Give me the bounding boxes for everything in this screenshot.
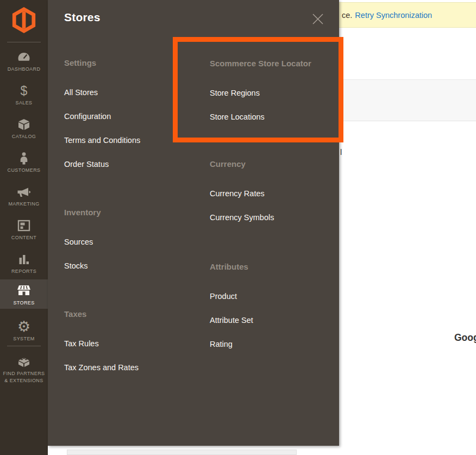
sidebar-item-content[interactable]: CONTENT bbox=[0, 216, 48, 241]
gear-icon: ⚙ bbox=[0, 320, 48, 334]
sidebar-item-label: CUSTOMERS bbox=[0, 167, 48, 174]
page-bottom-panel bbox=[67, 450, 297, 455]
section-title: Scommerce Store Locator bbox=[210, 58, 346, 69]
sidebar-item-marketing[interactable]: MARKETING bbox=[0, 183, 48, 208]
menu-item-store-locations[interactable]: Store Locations bbox=[210, 111, 346, 122]
stores-flyout-menu: Stores Settings All Stores Configuration… bbox=[48, 0, 339, 446]
sidebar-item-label: CONTENT bbox=[0, 234, 48, 241]
google-watermark-fragment: Googl bbox=[454, 332, 476, 344]
section-title: Inventory bbox=[64, 207, 200, 218]
menu-item-all-stores[interactable]: All Stores bbox=[64, 87, 200, 98]
box-icon bbox=[0, 117, 48, 132]
menu-item-store-regions[interactable]: Store Regions bbox=[210, 88, 346, 98]
sidebar-item-label: MARKETING bbox=[0, 201, 48, 208]
sidebar-item-reports[interactable]: REPORTS bbox=[0, 250, 48, 275]
sidebar-item-label: STORES bbox=[0, 300, 48, 307]
flyout-section-scommerce-store-locator: Scommerce Store Locator Store Regions St… bbox=[210, 58, 346, 135]
menu-item-tax-zones-and-rates[interactable]: Tax Zones and Rates bbox=[64, 362, 200, 373]
bar-chart-icon bbox=[0, 252, 48, 266]
menu-item-currency-rates[interactable]: Currency Rates bbox=[210, 188, 346, 199]
admin-sidebar: DASHBOARD $ SALES CATALOG CUSTOMERS bbox=[0, 0, 48, 455]
layout-icon bbox=[0, 219, 48, 233]
flyout-section-taxes: Taxes Tax Rules Tax Zones and Rates bbox=[64, 309, 200, 386]
menu-item-tax-rules[interactable]: Tax Rules bbox=[64, 338, 200, 349]
sidebar-item-customers[interactable]: CUSTOMERS bbox=[0, 149, 48, 174]
sidebar-item-label: CATALOG bbox=[0, 133, 48, 140]
brick-icon bbox=[0, 354, 48, 369]
close-button[interactable] bbox=[310, 11, 326, 27]
menu-item-product[interactable]: Product bbox=[210, 291, 346, 302]
flyout-section-settings: Settings All Stores Configuration Terms … bbox=[64, 58, 200, 183]
menu-item-currency-symbols[interactable]: Currency Symbols bbox=[210, 212, 346, 223]
section-title: Settings bbox=[64, 58, 200, 68]
sidebar-divider bbox=[7, 42, 41, 42]
sidebar-item-label: FIND PARTNERS & EXTENSIONS bbox=[0, 370, 48, 384]
flyout-section-attributes: Attributes Product Attribute Set Rating bbox=[210, 261, 346, 363]
sidebar-item-label: SYSTEM bbox=[0, 335, 48, 342]
flyout-section-currency: Currency Currency Rates Currency Symbols bbox=[210, 159, 346, 236]
section-title: Attributes bbox=[210, 261, 346, 272]
sidebar-item-sales[interactable]: $ SALES bbox=[0, 82, 48, 107]
gauge-icon bbox=[0, 50, 48, 64]
menu-item-terms-and-conditions[interactable]: Terms and Conditions bbox=[64, 135, 200, 146]
megaphone-icon bbox=[0, 185, 48, 199]
menu-item-attribute-set[interactable]: Attribute Set bbox=[210, 315, 346, 326]
page-gray-band bbox=[339, 79, 476, 121]
sidebar-item-catalog[interactable]: CATALOG bbox=[0, 115, 48, 140]
sidebar-item-label: DASHBOARD bbox=[0, 66, 48, 73]
flyout-title: Stores bbox=[64, 11, 101, 24]
person-icon bbox=[0, 151, 48, 165]
menu-item-stocks[interactable]: Stocks bbox=[64, 260, 200, 271]
sidebar-item-dashboard[interactable]: DASHBOARD bbox=[0, 48, 48, 73]
menu-item-rating[interactable]: Rating bbox=[210, 339, 346, 350]
close-icon bbox=[311, 12, 325, 26]
section-title: Currency bbox=[210, 159, 346, 170]
menu-item-order-status[interactable]: Order Status bbox=[64, 159, 200, 170]
retry-synchronization-link[interactable]: Retry Synchronization bbox=[355, 11, 432, 20]
sidebar-item-label: SALES bbox=[0, 99, 48, 107]
sidebar-divider bbox=[7, 346, 41, 346]
sidebar-item-system[interactable]: ⚙ SYSTEM bbox=[0, 317, 48, 342]
magento-logo-icon bbox=[11, 7, 36, 34]
clipped-text-fragment: l bbox=[340, 147, 342, 157]
storefront-icon bbox=[0, 284, 48, 298]
dollar-icon: $ bbox=[0, 84, 48, 98]
menu-item-sources[interactable]: Sources bbox=[64, 236, 200, 247]
section-title: Taxes bbox=[64, 309, 200, 320]
sidebar-item-stores[interactable]: STORES bbox=[0, 279, 48, 309]
flyout-section-inventory: Inventory Sources Stocks bbox=[64, 207, 200, 284]
magento-logo[interactable] bbox=[0, 7, 48, 36]
menu-item-configuration[interactable]: Configuration bbox=[64, 111, 200, 122]
sidebar-item-find-partners-extensions[interactable]: FIND PARTNERS & EXTENSIONS bbox=[0, 352, 48, 384]
notification-bar: ce. Retry Synchronization bbox=[339, 2, 476, 28]
notification-text-fragment: ce. bbox=[342, 11, 352, 20]
sidebar-item-label: REPORTS bbox=[0, 268, 48, 275]
